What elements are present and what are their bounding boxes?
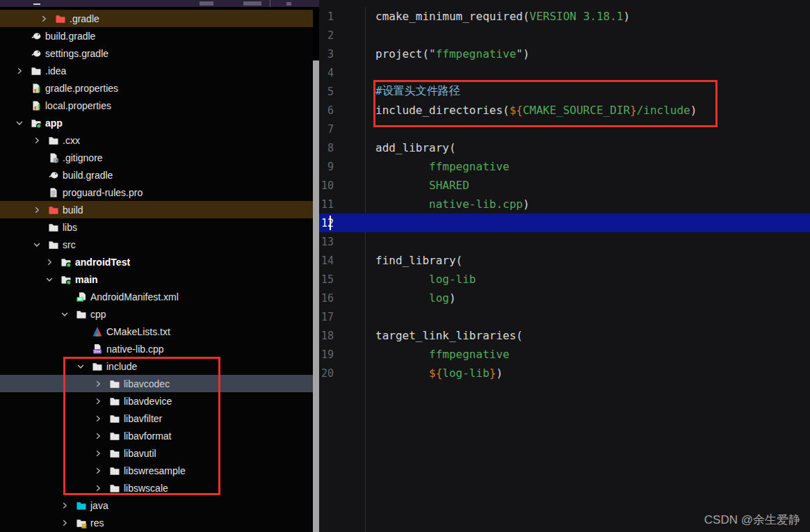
code-line-7[interactable]: 7 (319, 120, 810, 138)
tree-item-libswresample[interactable]: libswresample (0, 462, 313, 479)
code-editor[interactable]: 1cmake_minimum_required(VERSION 3.18.1)2… (319, 0, 810, 532)
tree-item-java[interactable]: java (0, 497, 313, 514)
code-line-9[interactable]: 9 ffmpegnative (319, 157, 810, 176)
tree-item-settings-gradle[interactable]: settings.gradle (0, 45, 313, 62)
svg-text:C++: C++ (95, 350, 101, 353)
watermark: CSDN @余生爱静 (704, 512, 800, 528)
tree-item-label: src (63, 239, 76, 250)
tree-item-label: res (90, 517, 104, 529)
properties-icon (31, 83, 42, 94)
chevron-right-icon[interactable] (14, 65, 25, 76)
chevron-right-icon[interactable] (92, 465, 104, 476)
tree-item-libavcodec[interactable]: libavcodec (0, 375, 313, 392)
chevron-right-icon[interactable] (38, 13, 49, 24)
line-number: 15 (319, 273, 365, 286)
code-token: ffmpegnative (436, 47, 517, 61)
tree-item-androidmanifest-xml[interactable]: MFAndroidManifest.xml (0, 288, 313, 305)
code-token: " (516, 47, 523, 61)
tree-item--gitignore[interactable]: .gitignore (0, 149, 313, 166)
chevron-right-icon[interactable] (92, 413, 104, 424)
code-line-3[interactable]: 3project("ffmpegnative") (319, 45, 810, 63)
code-line-12[interactable]: 12 (319, 213, 810, 232)
code-line-19[interactable]: 19 ffmpegnative (319, 345, 810, 364)
tree-item-label: libswscale (124, 483, 168, 494)
code-line-15[interactable]: 15 log-lib (319, 270, 810, 289)
chevron-right-icon[interactable] (31, 204, 42, 216)
chevron-right-icon[interactable] (92, 430, 104, 442)
tree-item-build-gradle[interactable]: build.gradle (0, 27, 313, 45)
tree-item-res[interactable]: res (0, 514, 313, 531)
code-text: add_library( (365, 141, 456, 154)
tree-item--cxx[interactable]: .cxx (0, 131, 313, 149)
code-text: log) (365, 291, 456, 305)
code-line-6[interactable]: 6include_directories(${CMAKE_SOURCE_DIR}… (319, 101, 810, 120)
chevron-right-icon[interactable] (92, 483, 104, 494)
chevron-down-icon[interactable] (14, 118, 25, 129)
code-token: } (630, 104, 637, 117)
tree-item-main[interactable]: main (0, 271, 313, 288)
code-line-13[interactable]: 13 (319, 232, 810, 251)
chevron-down-icon[interactable] (31, 239, 42, 250)
chevron-right-icon[interactable] (92, 396, 104, 407)
code-token: " (429, 47, 436, 61)
tree-item-libavutil[interactable]: libavutil (0, 444, 313, 462)
code-line-18[interactable]: 18target_link_libraries( (319, 326, 810, 345)
tree-item-label: libavcodec (124, 378, 170, 389)
chevron-right-icon[interactable] (59, 500, 70, 511)
code-token (375, 179, 429, 192)
code-line-11[interactable]: 11 native-lib.cpp) (319, 195, 810, 213)
toolbar-icon-fragment (286, 2, 291, 6)
chevron-right-icon[interactable] (44, 257, 55, 268)
folder-icon (48, 222, 59, 233)
tree-item-gradle-properties[interactable]: gradle.properties (0, 79, 313, 97)
tree-item-libs[interactable]: libs (0, 218, 313, 236)
folder-icon (109, 378, 120, 389)
tree-item--gradle[interactable]: .gradle (0, 10, 313, 27)
tree-item--idea[interactable]: .idea (0, 62, 313, 79)
tree-item-label: build.gradle (63, 170, 113, 181)
code-line-16[interactable]: 16 log) (319, 289, 810, 307)
chevron-down-icon[interactable] (59, 309, 70, 320)
code-line-1[interactable]: 1cmake_minimum_required(VERSION 3.18.1) (319, 7, 810, 26)
tree-item-libavformat[interactable]: libavformat (0, 427, 313, 444)
code-token: log (429, 291, 449, 305)
code-line-10[interactable]: 10 SHARED (319, 176, 810, 195)
tree-item-app[interactable]: app (0, 114, 313, 131)
chevron-right-icon[interactable] (59, 517, 70, 529)
tree-item-build-gradle[interactable]: build.gradle (0, 166, 313, 184)
tree-item-libavdevice[interactable]: libavdevice (0, 392, 313, 410)
tree-item-native-lib-cpp[interactable]: C++native-lib.cpp (0, 340, 313, 357)
tree-item-local-properties[interactable]: local.properties (0, 97, 313, 114)
tree-item-libavfilter[interactable]: libavfilter (0, 410, 313, 427)
line-number: 14 (319, 255, 365, 267)
gradle-icon (31, 48, 42, 59)
code-line-14[interactable]: 14find_library( (319, 251, 810, 270)
tree-item-cpp[interactable]: cpp (0, 305, 313, 323)
code-line-5[interactable]: 5#设置头文件路径 (319, 82, 810, 101)
chevron-down-icon[interactable] (44, 274, 55, 285)
chevron-down-icon[interactable] (75, 361, 86, 372)
chevron-right-icon[interactable] (92, 448, 104, 459)
line-number: 10 (319, 179, 365, 192)
line-number: 6 (319, 104, 365, 117)
tree-item-label: proguard-rules.pro (63, 187, 143, 198)
code-line-8[interactable]: 8add_library( (319, 138, 810, 157)
chevron-right-icon[interactable] (92, 378, 104, 389)
line-number: 4 (319, 67, 365, 79)
code-line-4[interactable]: 4 (319, 63, 810, 82)
chevron-right-icon[interactable] (31, 135, 42, 146)
tree-item-include[interactable]: include (0, 357, 313, 375)
code-line-2[interactable]: 2 (319, 26, 810, 45)
tree-item-src[interactable]: src (0, 236, 313, 253)
tree-item-cmakelists-txt[interactable]: CMakeLists.txt (0, 323, 313, 340)
code-line-20[interactable]: 20 ${log-lib}) (319, 364, 810, 382)
manifest-icon: MF (76, 291, 87, 303)
code-token: include_directories( (375, 104, 510, 117)
tree-item-androidtest[interactable]: androidTest (0, 253, 313, 271)
code-token: ffmpegnative (429, 160, 510, 173)
code-line-17[interactable]: 17 (319, 307, 810, 326)
tree-item-build[interactable]: build (0, 201, 313, 218)
project-tree-scrollbar[interactable] (313, 61, 319, 532)
tree-item-libswscale[interactable]: libswscale (0, 479, 313, 497)
tree-item-proguard-rules-pro[interactable]: proguard-rules.pro (0, 184, 313, 201)
